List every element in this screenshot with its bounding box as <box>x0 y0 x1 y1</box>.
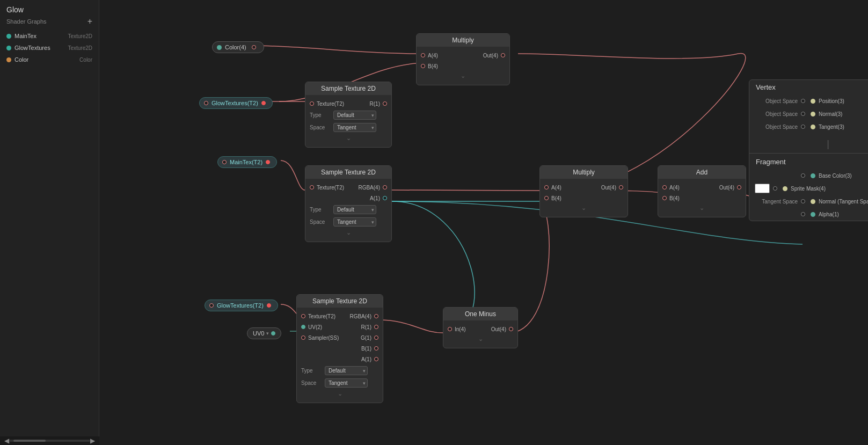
multiply2-expand[interactable]: ⌄ <box>540 203 628 214</box>
sidebar-subtitle-row: Shader Graphs + <box>0 16 99 30</box>
sample-tex1-texture-row: Texture(T2) R(1) <box>305 98 391 109</box>
multiply2-output[interactable] <box>619 185 623 189</box>
sample-tex1-expand[interactable]: ⌄ <box>305 134 391 144</box>
multiply2-row-a: A(4) Out(4) <box>540 182 628 193</box>
fragment-spritemask-output-label: Sprite Mask(4) <box>791 186 868 192</box>
fragment-alpha-row: Alpha(1) <box>749 208 868 221</box>
sidebar-prop-color: Color Color <box>0 54 99 65</box>
multiply1-output[interactable] <box>501 53 505 57</box>
vertex-position-port-right[interactable] <box>811 99 815 104</box>
multiply2-input-a[interactable] <box>544 185 549 189</box>
sample-tex2-type-select-wrap[interactable]: Default <box>333 205 376 214</box>
add-output[interactable] <box>737 185 741 189</box>
sample-tex3-expand[interactable]: ⌄ <box>297 389 383 399</box>
add-header: Add <box>658 166 746 179</box>
fragment-alpha-port-right[interactable] <box>811 212 815 217</box>
glowtex-var1-output-port[interactable] <box>261 101 266 105</box>
sample-tex3-input-texture[interactable] <box>301 314 305 318</box>
add-input-a[interactable] <box>662 185 667 189</box>
sample-tex3-input-sampler[interactable] <box>301 335 305 340</box>
uv0-output-port[interactable] <box>271 331 275 335</box>
scroll-left-arrow[interactable]: ◀ <box>4 437 9 444</box>
vertex-panel-title: Vertex <box>749 80 868 94</box>
sample-tex3-output-a[interactable] <box>374 357 378 361</box>
sample-tex2-type-row: Type Default <box>305 203 391 216</box>
sample-tex2-space-select-wrap[interactable]: Tangent <box>333 217 376 227</box>
sidebar-subtitle: Shader Graphs <box>6 18 47 25</box>
sample-tex1-space-select[interactable]: Tangent <box>333 123 376 132</box>
sample-tex2-space-select[interactable]: Tangent <box>333 217 376 227</box>
sample-tex2-space-row: Space Tangent <box>305 216 391 228</box>
multiply1-row-b: B(4) <box>417 61 509 71</box>
sample-tex1-space-row: Space Tangent <box>305 121 391 134</box>
sample-tex3-output-g[interactable] <box>374 335 378 340</box>
sample-tex3-space-select-wrap[interactable]: Tangent <box>325 378 368 388</box>
sample-tex3-space-select[interactable]: Tangent <box>325 378 368 388</box>
vertex-position-row: Object Space Position(3) <box>749 94 868 107</box>
glowtex-var2-input-port[interactable] <box>209 303 214 308</box>
add-input-b[interactable] <box>662 196 667 200</box>
vertex-normal-port-left[interactable] <box>801 112 805 116</box>
maintex-var-output-port[interactable] <box>266 160 270 164</box>
add-shader-graph-button[interactable]: + <box>87 17 92 26</box>
one-minus-input[interactable] <box>448 327 452 331</box>
sample-tex1-output-r[interactable] <box>383 101 387 106</box>
multiply2-input-b[interactable] <box>544 196 549 200</box>
vertex-position-label: Object Space <box>755 98 798 104</box>
sample-tex1-type-select[interactable]: Default <box>333 111 376 120</box>
sample-tex3-output-r[interactable] <box>374 325 378 329</box>
sample-tex3-type-select[interactable]: Default <box>325 366 368 375</box>
sidebar-scrollbar[interactable]: ◀ ▶ <box>0 436 99 445</box>
uv0-node: UV0 ▾ <box>247 327 281 339</box>
maintex-var-input-port[interactable] <box>222 160 227 164</box>
sample-tex3-output-b[interactable] <box>374 346 378 351</box>
vertex-tangent-port-right[interactable] <box>811 125 815 129</box>
glowtex-var2-output-port[interactable] <box>267 303 271 308</box>
fragment-basecolor-port-left[interactable] <box>801 173 805 178</box>
multiply1-expand[interactable]: ⌄ <box>417 71 509 82</box>
prop-name-glowtextures: GlowTextures <box>14 45 50 51</box>
sample-tex1-input-texture[interactable] <box>310 101 314 106</box>
sample-texture-node-3: Sample Texture 2D Texture(T2) RGBA(4) UV… <box>296 294 383 403</box>
fragment-normal-port-right[interactable] <box>811 199 815 204</box>
sample-tex3-header: Sample Texture 2D <box>297 295 383 308</box>
fragment-spritemask-port-left[interactable] <box>773 186 777 191</box>
sample-tex3-output-rgba[interactable] <box>374 314 378 318</box>
sample-tex3-input-uv[interactable] <box>301 325 305 329</box>
sample-tex1-header: Sample Texture 2D <box>305 82 391 95</box>
sample-tex2-output-a[interactable] <box>383 196 387 200</box>
fragment-alpha-port-left[interactable] <box>801 212 805 216</box>
fragment-normal-port-left[interactable] <box>801 199 805 203</box>
add-expand[interactable]: ⌄ <box>658 203 746 214</box>
sprite-mask-white-box <box>755 184 770 193</box>
scroll-right-arrow[interactable]: ▶ <box>90 437 95 444</box>
sample-tex1-space-select-wrap[interactable]: Tangent <box>333 123 376 132</box>
vertex-position-port-left[interactable] <box>801 99 805 103</box>
fragment-spritemask-port-right[interactable] <box>783 186 787 191</box>
one-minus-node: One Minus In(4) Out(4) ⌄ <box>443 307 518 348</box>
one-minus-expand[interactable]: ⌄ <box>443 334 517 345</box>
uv0-label: UV0 <box>253 330 264 337</box>
sample-tex2-output-rgba[interactable] <box>383 185 387 189</box>
sample-tex1-type-select-wrap[interactable]: Default <box>333 111 376 120</box>
vertex-tangent-port-left[interactable] <box>801 125 805 129</box>
sample-tex3-type-select-wrap[interactable]: Default <box>325 366 368 375</box>
fragment-basecolor-port-right[interactable] <box>811 173 815 178</box>
sample-tex2-type-select[interactable]: Default <box>333 205 376 214</box>
glowtex-var1-input-port[interactable] <box>204 101 208 105</box>
one-minus-output[interactable] <box>509 327 513 331</box>
vertex-tangent-output-label: Tangent(3) <box>819 124 868 130</box>
sample-tex2-expand[interactable]: ⌄ <box>305 228 391 238</box>
multiply1-input-a[interactable] <box>421 53 425 57</box>
color-node-output-port[interactable] <box>252 45 256 49</box>
one-minus-row-in: In(4) Out(4) <box>443 324 517 334</box>
fragment-basecolor-output-label: Base Color(3) <box>819 173 868 179</box>
uv0-chevron[interactable]: ▾ <box>266 331 269 336</box>
node-canvas: Color(4) GlowTextures(T2) MainTex(T2) Gl… <box>99 0 868 445</box>
sample-tex2-a-row: A(1) <box>305 193 391 203</box>
sidebar-prop-glowtextures: GlowTextures Texture2D <box>0 42 99 54</box>
multiply1-input-b[interactable] <box>421 64 425 68</box>
sample-tex2-input-texture[interactable] <box>310 185 314 189</box>
multiply1-header: Multiply <box>417 34 509 47</box>
vertex-normal-port-right[interactable] <box>811 112 815 116</box>
